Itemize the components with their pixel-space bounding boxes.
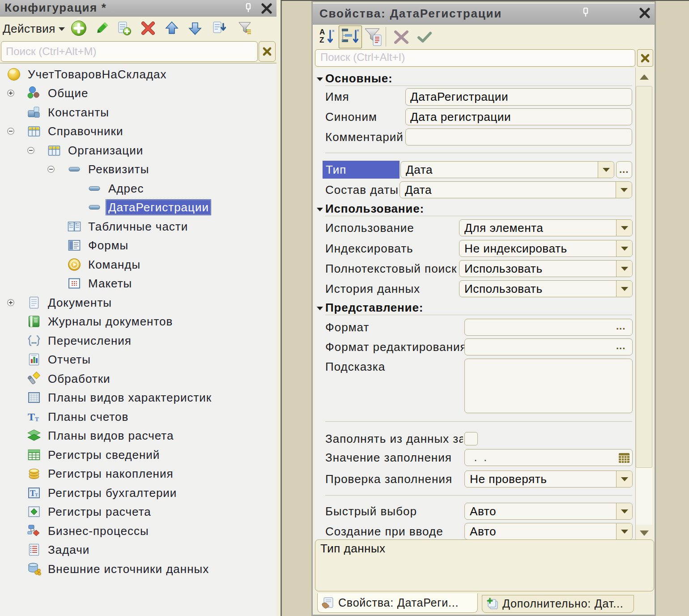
svg-text:Z: Z — [319, 36, 324, 44]
svg-text:т: т — [35, 414, 39, 423]
svg-text:т: т — [35, 491, 38, 498]
svg-text:Т: Т — [28, 411, 35, 423]
svg-text:A: A — [319, 28, 325, 36]
